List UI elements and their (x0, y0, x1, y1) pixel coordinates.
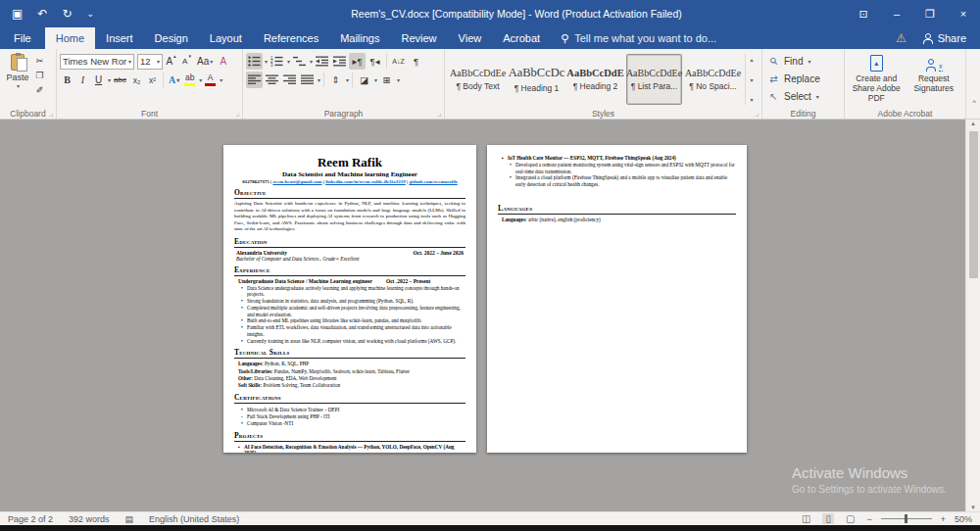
line-spacing-button[interactable]: ⇕ (327, 72, 344, 88)
style-no-spacing[interactable]: AaBbCcDdEe ¶ No Spaci... (685, 54, 741, 105)
tab-references[interactable]: References (253, 27, 329, 49)
windows-taskbar[interactable] (0, 525, 980, 531)
bullets-dropdown-icon[interactable]: ▾ (265, 58, 268, 65)
scrollbar-thumb[interactable] (969, 131, 978, 278)
zoom-slider[interactable] (881, 518, 932, 519)
scroll-down-icon[interactable]: ▾ (971, 504, 975, 511)
share-button[interactable]: Share (916, 27, 980, 49)
bold-button[interactable]: B (60, 72, 74, 88)
styles-more-icon[interactable]: ▾ (746, 94, 758, 105)
github-link[interactable]: github.com/reemarafik (409, 179, 457, 184)
scroll-up-icon[interactable]: ▴ (971, 120, 975, 127)
tab-file[interactable]: File (0, 27, 45, 49)
shading-button[interactable]: ◪ (356, 72, 372, 88)
increase-indent-button[interactable] (331, 53, 348, 70)
close-button[interactable]: × (947, 0, 980, 27)
save-icon[interactable]: ▣ (12, 8, 23, 20)
grow-font-button[interactable]: A▴ (164, 53, 178, 70)
tab-review[interactable]: Review (391, 27, 448, 49)
subscript-button[interactable]: x₂ (129, 72, 144, 88)
italic-button[interactable]: I (75, 72, 90, 88)
font-name-combo[interactable]: Times New Ror ▾ (60, 54, 134, 70)
zoom-in-icon[interactable]: + (941, 514, 946, 524)
ltr-direction-button[interactable]: ▸¶ (349, 53, 366, 70)
font-color-dropdown-icon[interactable]: ▾ (220, 76, 222, 83)
format-painter-icon[interactable]: ✐ (32, 83, 47, 96)
sort-button[interactable]: A↓Z (390, 53, 407, 70)
styles-scroll-down-icon[interactable]: ▾ (746, 74, 758, 85)
cut-icon[interactable]: ✂ (32, 54, 47, 67)
email-link[interactable]: reem.heart@gmail.com (272, 179, 321, 184)
underline-dropdown-icon[interactable]: ▾ (108, 76, 111, 83)
styles-scroll-up-icon[interactable]: ▴ (746, 54, 758, 65)
font-size-combo[interactable]: 12 ▾ (137, 54, 163, 70)
borders-dropdown-icon[interactable]: ▾ (397, 76, 400, 83)
zoom-out-icon[interactable]: − (866, 514, 871, 524)
print-layout-icon[interactable]: ▯ (822, 513, 834, 524)
show-hide-pilcrow-button[interactable]: ¶ (408, 53, 424, 70)
zoom-slider-thumb[interactable] (905, 514, 907, 523)
justify-button[interactable] (299, 72, 316, 88)
activation-warning-icon[interactable]: ⚠ (886, 27, 916, 49)
style-heading-1[interactable]: AaBbCcDc ¶ Heading 1 (509, 54, 564, 105)
tab-view[interactable]: View (448, 27, 493, 49)
request-signatures-button[interactable]: x Request Signatures (906, 52, 963, 107)
align-center-button[interactable] (264, 72, 280, 88)
strikethrough-button[interactable]: abc (112, 72, 128, 88)
numbering-button[interactable]: 123 (269, 53, 285, 70)
language-indicator[interactable]: English (United States) (149, 514, 239, 524)
read-mode-icon[interactable]: ◫ (799, 513, 813, 524)
align-right-button[interactable] (281, 72, 298, 88)
replace-button[interactable]: ⇄ Replace (765, 70, 841, 87)
shading-dropdown-icon[interactable]: ▾ (374, 76, 377, 83)
justify-dropdown-icon[interactable]: ▾ (318, 76, 320, 83)
redo-icon[interactable]: ↻ (62, 8, 72, 20)
bullets-button[interactable] (246, 53, 263, 70)
linkedin-link[interactable]: linkedin.com/in/reem-rafik-4b11a3219 (325, 179, 406, 184)
ribbon-display-options-icon[interactable]: ⊡ (847, 0, 880, 27)
restore-button[interactable]: ❐ (913, 0, 947, 27)
zoom-level[interactable]: 50% (955, 514, 972, 524)
style-body-text[interactable]: AaBbCcDdEe ¶ Body Text (450, 54, 506, 105)
line-spacing-dropdown-icon[interactable]: ▾ (346, 76, 349, 83)
text-effects-button[interactable]: A▾ (167, 72, 181, 88)
multilevel-list-button[interactable] (291, 53, 308, 70)
clipboard-dialog-launcher[interactable]: ∟ (48, 112, 54, 118)
select-button[interactable]: ↖ Select ▾ (765, 87, 841, 105)
tab-layout[interactable]: Layout (199, 27, 253, 49)
styles-dialog-launcher[interactable]: ∟ (754, 112, 760, 118)
create-share-pdf-button[interactable]: ▴ Create and Share Adobe PDF (848, 52, 906, 107)
style-list-paragraph[interactable]: AaBbCcDdEe ¶ List Para... (626, 54, 682, 105)
font-color-button[interactable]: A (203, 72, 218, 88)
vertical-scrollbar[interactable]: ▴ ▾ (965, 120, 980, 511)
customize-qat-icon[interactable]: ⌄ (86, 10, 94, 19)
paragraph-dialog-launcher[interactable]: ∟ (436, 112, 442, 118)
tab-home[interactable]: Home (45, 27, 95, 49)
superscript-button[interactable]: x² (145, 72, 160, 88)
find-button[interactable]: ⚲ Find ▾ (765, 52, 841, 70)
clear-formatting-button[interactable]: A (216, 53, 230, 70)
tab-insert[interactable]: Insert (95, 27, 144, 49)
borders-button[interactable]: ⊞ (378, 72, 395, 88)
shrink-font-button[interactable]: A▾ (179, 53, 194, 70)
web-layout-icon[interactable]: ▢ (843, 513, 858, 524)
copy-icon[interactable]: ❐ (32, 69, 47, 81)
page-indicator[interactable]: Page 2 of 2 (8, 514, 53, 524)
highlight-color-button[interactable]: ab (182, 72, 197, 88)
numbering-dropdown-icon[interactable]: ▾ (287, 58, 290, 65)
tab-mailings[interactable]: Mailings (329, 27, 390, 49)
word-count[interactable]: 392 words (69, 514, 110, 524)
change-case-button[interactable]: Aa▾ (195, 53, 215, 70)
highlight-dropdown-icon[interactable]: ▾ (199, 76, 202, 83)
undo-icon[interactable]: ↶ (37, 8, 47, 20)
rtl-direction-button[interactable]: ¶◂ (367, 53, 383, 70)
paste-dropdown-icon[interactable]: ▾ (17, 82, 20, 89)
document-page-1[interactable]: Reem Rafik Data Scientist and Machine le… (223, 145, 476, 453)
multilevel-dropdown-icon[interactable]: ▾ (310, 58, 313, 65)
align-left-button[interactable] (246, 72, 263, 88)
font-dialog-launcher[interactable]: ∟ (234, 112, 240, 118)
minimize-button[interactable]: – (880, 0, 913, 27)
tab-design[interactable]: Design (144, 27, 199, 49)
underline-button[interactable]: U (91, 72, 106, 88)
style-heading-2[interactable]: AaBbCcDdE ¶ Heading 2 (567, 54, 623, 105)
